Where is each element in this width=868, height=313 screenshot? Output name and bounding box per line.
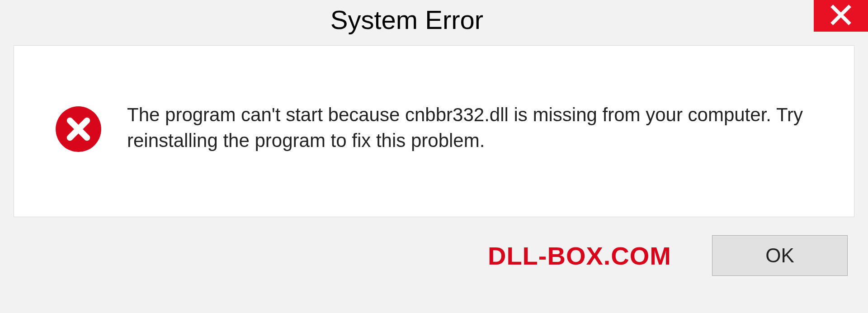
dialog-content: The program can't start because cnbbr332… (14, 45, 854, 217)
ok-button[interactable]: OK (712, 235, 848, 276)
error-dialog-window: System Error The program can't start bec… (0, 0, 868, 313)
dialog-footer: DLL-BOX.COM OK (0, 217, 868, 276)
titlebar: System Error (0, 0, 868, 43)
error-icon (55, 105, 102, 153)
window-title: System Error (0, 0, 814, 35)
close-icon (829, 3, 853, 28)
close-button[interactable] (814, 0, 868, 32)
error-message: The program can't start because cnbbr332… (127, 100, 822, 153)
watermark-text: DLL-BOX.COM (488, 241, 671, 270)
